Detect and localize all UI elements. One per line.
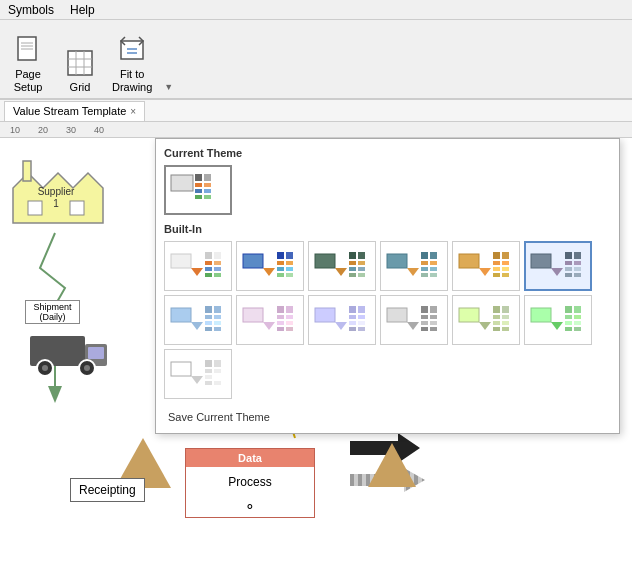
svg-rect-58 [214, 273, 221, 277]
svg-rect-159 [531, 308, 551, 322]
svg-rect-79 [387, 254, 407, 268]
svg-rect-62 [277, 261, 284, 265]
svg-rect-139 [387, 308, 407, 322]
svg-rect-109 [171, 308, 191, 322]
svg-rect-112 [205, 315, 212, 319]
svg-marker-12 [48, 386, 62, 403]
ruler-tick-10: 10 [10, 125, 20, 135]
menu-symbols[interactable]: Symbols [8, 3, 54, 17]
svg-rect-73 [349, 267, 356, 271]
current-theme-title: Current Theme [164, 147, 611, 159]
svg-rect-4 [68, 51, 92, 75]
page-icon [12, 34, 44, 66]
svg-rect-88 [430, 273, 437, 277]
svg-rect-118 [214, 327, 221, 331]
svg-rect-121 [277, 306, 284, 313]
svg-rect-128 [286, 327, 293, 331]
grid-button[interactable]: Grid [60, 47, 100, 94]
theme-item-6[interactable] [164, 295, 232, 345]
svg-rect-163 [565, 321, 572, 325]
data-process-box[interactable]: Data Process ⚬ [185, 448, 315, 518]
svg-rect-102 [565, 261, 572, 265]
grid-icon [64, 47, 96, 79]
svg-rect-138 [358, 327, 365, 331]
svg-text:Supplier: Supplier [38, 186, 75, 197]
svg-marker-70 [335, 268, 347, 276]
svg-rect-41 [195, 174, 202, 181]
theme-item-10[interactable] [452, 295, 520, 345]
theme-item-9[interactable] [380, 295, 448, 345]
svg-rect-152 [493, 315, 500, 319]
ruler-tick-40: 40 [94, 125, 104, 135]
svg-rect-46 [204, 183, 211, 187]
svg-rect-161 [565, 306, 572, 313]
svg-rect-56 [214, 261, 221, 265]
svg-rect-99 [531, 254, 551, 268]
svg-rect-144 [421, 327, 428, 331]
svg-rect-43 [195, 189, 202, 193]
menu-help[interactable]: Help [70, 3, 95, 17]
svg-marker-120 [263, 322, 275, 330]
svg-rect-147 [430, 321, 437, 325]
svg-rect-68 [286, 273, 293, 277]
theme-item-4[interactable] [452, 241, 520, 291]
theme-item-1[interactable] [236, 241, 304, 291]
svg-rect-83 [421, 267, 428, 271]
theme-item-7[interactable] [236, 295, 304, 345]
svg-rect-153 [493, 321, 500, 325]
svg-rect-49 [171, 254, 191, 268]
svg-rect-164 [565, 327, 572, 331]
svg-rect-57 [214, 267, 221, 271]
svg-rect-106 [574, 261, 581, 265]
svg-rect-176 [214, 369, 221, 373]
svg-rect-149 [459, 308, 479, 322]
svg-rect-122 [277, 315, 284, 319]
svg-rect-174 [205, 381, 212, 385]
svg-rect-64 [277, 273, 284, 277]
svg-rect-91 [493, 252, 500, 259]
svg-rect-95 [502, 252, 509, 259]
save-theme-button[interactable]: Save Current Theme [164, 409, 274, 425]
theme-item-11[interactable] [524, 295, 592, 345]
svg-marker-140 [407, 322, 419, 330]
receipting-box[interactable]: Receipting [70, 478, 145, 502]
svg-rect-101 [565, 252, 572, 259]
svg-rect-82 [421, 261, 428, 265]
svg-rect-63 [277, 267, 284, 271]
svg-marker-150 [479, 322, 491, 330]
tab-value-stream[interactable]: Value Stream Template × [4, 101, 145, 121]
theme-item-8[interactable] [308, 295, 376, 345]
theme-panel[interactable]: Current Theme Built-In [155, 138, 620, 434]
svg-rect-127 [286, 321, 293, 325]
svg-rect-156 [502, 315, 509, 319]
canvas-area[interactable]: Supplier 1 Shipment (Daily) Shipment(Dai… [0, 138, 632, 528]
svg-rect-125 [286, 306, 293, 313]
svg-marker-160 [551, 322, 563, 330]
theme-item-0[interactable] [164, 241, 232, 291]
current-theme-item[interactable] [164, 165, 232, 215]
fit-to-drawing-button[interactable]: Fit toDrawing [112, 34, 152, 94]
svg-rect-77 [358, 267, 365, 271]
builtin-theme-grid[interactable] [164, 241, 611, 399]
theme-item-2[interactable] [308, 241, 376, 291]
theme-item-3[interactable] [380, 241, 448, 291]
svg-rect-145 [430, 306, 437, 313]
page-setup-button[interactable]: PageSetup [8, 34, 48, 94]
svg-rect-15 [23, 161, 31, 181]
svg-rect-98 [502, 273, 509, 277]
svg-rect-142 [421, 315, 428, 319]
svg-rect-17 [70, 201, 84, 215]
theme-item-5[interactable] [524, 241, 592, 291]
theme-item-12[interactable] [164, 349, 232, 399]
svg-rect-146 [430, 315, 437, 319]
svg-rect-148 [430, 327, 437, 331]
svg-rect-175 [214, 360, 221, 367]
svg-rect-51 [205, 252, 212, 259]
svg-rect-108 [574, 273, 581, 277]
svg-marker-170 [191, 376, 203, 384]
tab-close-button[interactable]: × [130, 106, 136, 117]
svg-rect-119 [243, 308, 263, 322]
svg-rect-20 [30, 336, 85, 366]
svg-rect-40 [171, 175, 193, 191]
svg-point-24 [42, 365, 48, 371]
